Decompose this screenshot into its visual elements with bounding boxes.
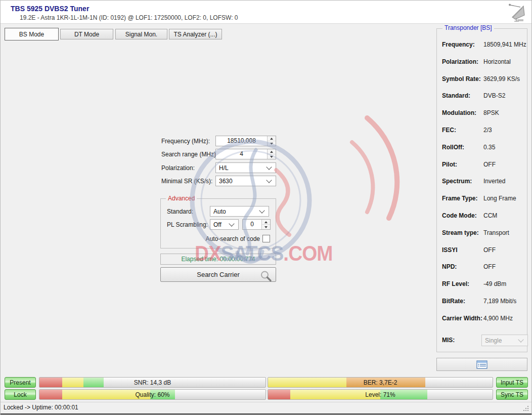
frequency-label: Frequency (MHz): <box>161 138 210 145</box>
quality-bar: Quality: 60% <box>39 389 266 400</box>
transponder-row: Pilot:OFF <box>437 161 527 178</box>
transponder-row: Code Mode:CCM <box>437 212 527 229</box>
transponder-list-button[interactable] <box>436 358 527 371</box>
pl-scrambling-select[interactable]: Off <box>210 219 239 230</box>
app-title: TBS 5925 DVBS2 Tuner <box>11 5 89 13</box>
transponder-row: Polarization:Horizontal <box>437 58 527 75</box>
chevron-down-icon <box>266 177 272 183</box>
input-ts-indicator[interactable]: Input TS <box>496 377 528 388</box>
resize-grip[interactable] <box>523 406 529 412</box>
search-carrier-button[interactable]: Search Carrier <box>160 267 276 282</box>
advanced-groupbox: Advanced Standard: Auto PL Scrambling: O… <box>160 198 276 248</box>
chevron-down-icon <box>266 164 272 170</box>
transponder-row: FEC:2/3 <box>437 127 527 144</box>
elapsed-time-box: Elapsed time: 00:00:00:774 <box>160 254 276 265</box>
minimal-sr-select[interactable]: 3630 <box>215 176 276 186</box>
transponder-row: ISSYIOFF <box>437 246 527 264</box>
pl-code-value: 0 <box>243 220 261 229</box>
status-text: Locked -> Uptime: 00:00:01 <box>4 404 78 411</box>
mis-select: Single <box>481 335 528 346</box>
pl-code-input[interactable]: 0 <box>242 219 271 230</box>
transponder-row: Standard:DVB-S2 <box>437 92 527 109</box>
standard-label: Standard: <box>167 208 193 215</box>
search-carrier-label: Search Carrier <box>197 271 240 278</box>
tuner-subtitle: 19.2E - Astra 1KR-1L-1M-1N (ID: 0192) @ … <box>20 14 238 21</box>
lock-indicator[interactable]: Lock <box>5 389 36 400</box>
pl-scrambling-label: PL Scrambling: <box>167 221 208 228</box>
status-bar <box>1 402 531 414</box>
level-bar-text: Level: 71% <box>268 390 493 399</box>
spin-up-icon <box>264 221 268 223</box>
spin-down-icon <box>270 156 273 158</box>
mis-value: Single <box>485 337 519 344</box>
polarization-value: H/L <box>219 164 267 172</box>
auto-search-checkbox[interactable] <box>262 235 270 242</box>
snr-bar: SNR: 14,3 dB <box>39 377 266 388</box>
transponder-rows: Frequency:18509,941 MHz Polarization:Hor… <box>437 41 527 332</box>
mis-row: MIS: Single <box>437 335 527 347</box>
satellite-dish-icon <box>505 2 528 25</box>
level-bar: Level: 71% <box>268 389 493 400</box>
tab-signal-mon[interactable]: Signal Mon. <box>115 29 167 39</box>
transponder-row: Spectrum:Inverted <box>437 178 527 195</box>
frequency-value: 18510,008 <box>216 136 267 146</box>
spin-up-icon <box>270 151 273 153</box>
minimal-sr-value: 3630 <box>219 178 267 185</box>
transponder-row: NPD:OFF <box>437 263 527 280</box>
elapsed-time-text: Elapsed time: 00:00:00:774 <box>181 256 255 263</box>
present-indicator[interactable]: Present <box>5 377 36 388</box>
auto-search-label: Auto-search of code <box>171 235 260 242</box>
tab-dt-mode[interactable]: DT Mode <box>60 29 113 39</box>
tab-bs-mode[interactable]: BS Mode <box>5 28 59 40</box>
transponder-row: Symbol Rate:3629,99 KS/s <box>437 75 527 93</box>
magnifier-icon <box>260 270 272 282</box>
list-icon <box>476 360 487 369</box>
chevron-down-icon <box>518 337 523 342</box>
standard-value: Auto <box>213 208 260 215</box>
chevron-down-icon <box>259 208 264 213</box>
spin-down-icon <box>270 143 273 145</box>
spin-up-icon <box>270 138 273 140</box>
transponder-row: RollOff:0.35 <box>437 144 527 161</box>
search-range-input[interactable]: 4 <box>215 149 276 159</box>
polarization-select[interactable]: H/L <box>215 162 276 173</box>
advanced-legend: Advanced <box>166 195 197 202</box>
chevron-down-icon <box>229 221 234 226</box>
transponder-row: BitRate:7,189 Mbit/s <box>437 298 527 315</box>
transponder-row: Frame Type:Long Frame <box>437 195 527 212</box>
pl-code-spinner[interactable] <box>261 220 270 229</box>
transponder-row: Modulation:8PSK <box>437 109 527 127</box>
search-range-spinner[interactable] <box>267 149 276 159</box>
tab-ts-analyzer[interactable]: TS Analyzer (...) <box>169 29 222 39</box>
polarization-label: Polarization: <box>161 164 195 172</box>
snr-bar-text: SNR: 14,3 dB <box>39 378 265 387</box>
ber-bar-text: BER: 3,7E-2 <box>268 378 493 387</box>
sync-ts-indicator[interactable]: Sync TS <box>496 389 528 400</box>
mis-label: MIS: <box>442 337 455 344</box>
transponder-row: Frequency:18509,941 MHz <box>437 41 527 58</box>
transponder-title: Transponder [BS] <box>442 24 494 31</box>
transponder-row: Carrier Width:4,900 MHz <box>437 315 527 332</box>
pl-scrambling-value: Off <box>213 221 230 228</box>
frequency-spinner[interactable] <box>267 136 276 146</box>
search-range-value: 4 <box>216 149 267 159</box>
transponder-panel: Transponder [BS] Frequency:18509,941 MHz… <box>436 28 527 352</box>
search-range-label: Search range (MHz): <box>161 151 217 158</box>
transponder-row: RF Level:-49 dBm <box>437 280 527 298</box>
spin-down-icon <box>264 226 268 228</box>
ber-bar: BER: 3,7E-2 <box>268 377 493 388</box>
transponder-row: Stream type:Transport <box>437 229 527 246</box>
standard-select[interactable]: Auto <box>210 206 269 217</box>
minimal-sr-label: Minimal SR (KS/s): <box>161 178 212 185</box>
app-window: TBS 5925 DVBS2 Tuner 19.2E - Astra 1KR-1… <box>0 0 532 415</box>
frequency-input[interactable]: 18510,008 <box>215 136 276 146</box>
quality-bar-text: Quality: 60% <box>39 390 265 399</box>
